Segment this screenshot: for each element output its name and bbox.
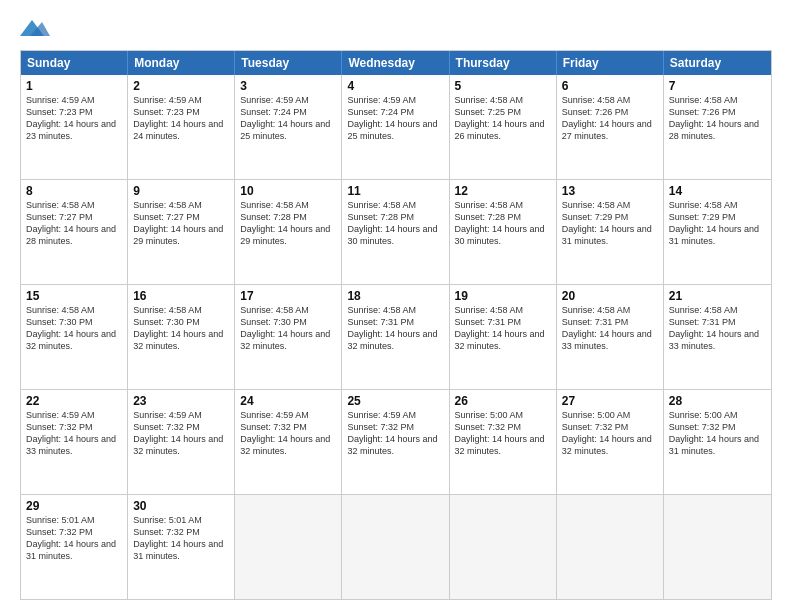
logo-icon [20,16,50,40]
day-number: 12 [455,184,551,198]
cell-info: Sunrise: 5:01 AMSunset: 7:32 PMDaylight:… [26,514,122,563]
cal-cell: 11Sunrise: 4:58 AMSunset: 7:28 PMDayligh… [342,180,449,284]
cell-info: Sunrise: 4:58 AMSunset: 7:31 PMDaylight:… [562,304,658,353]
day-number: 25 [347,394,443,408]
calendar: SundayMondayTuesdayWednesdayThursdayFrid… [20,50,772,600]
cell-info: Sunrise: 4:59 AMSunset: 7:32 PMDaylight:… [26,409,122,458]
cell-info: Sunrise: 4:59 AMSunset: 7:24 PMDaylight:… [240,94,336,143]
week-row-3: 15Sunrise: 4:58 AMSunset: 7:30 PMDayligh… [21,284,771,389]
day-number: 13 [562,184,658,198]
cal-cell [235,495,342,599]
cell-info: Sunrise: 5:00 AMSunset: 7:32 PMDaylight:… [669,409,766,458]
cal-cell: 28Sunrise: 5:00 AMSunset: 7:32 PMDayligh… [664,390,771,494]
day-number: 19 [455,289,551,303]
header-day-monday: Monday [128,51,235,75]
day-number: 14 [669,184,766,198]
day-number: 7 [669,79,766,93]
cal-cell: 30Sunrise: 5:01 AMSunset: 7:32 PMDayligh… [128,495,235,599]
cal-cell: 29Sunrise: 5:01 AMSunset: 7:32 PMDayligh… [21,495,128,599]
cal-cell: 15Sunrise: 4:58 AMSunset: 7:30 PMDayligh… [21,285,128,389]
cal-cell: 23Sunrise: 4:59 AMSunset: 7:32 PMDayligh… [128,390,235,494]
cal-cell [557,495,664,599]
day-number: 3 [240,79,336,93]
day-number: 22 [26,394,122,408]
header-day-friday: Friday [557,51,664,75]
cell-info: Sunrise: 4:58 AMSunset: 7:30 PMDaylight:… [240,304,336,353]
cal-cell: 20Sunrise: 4:58 AMSunset: 7:31 PMDayligh… [557,285,664,389]
header [20,16,772,40]
cal-cell: 10Sunrise: 4:58 AMSunset: 7:28 PMDayligh… [235,180,342,284]
cell-info: Sunrise: 4:58 AMSunset: 7:28 PMDaylight:… [347,199,443,248]
cell-info: Sunrise: 4:58 AMSunset: 7:30 PMDaylight:… [133,304,229,353]
day-number: 5 [455,79,551,93]
day-number: 15 [26,289,122,303]
day-number: 1 [26,79,122,93]
header-day-tuesday: Tuesday [235,51,342,75]
header-day-saturday: Saturday [664,51,771,75]
calendar-body: 1Sunrise: 4:59 AMSunset: 7:23 PMDaylight… [21,75,771,599]
cal-cell: 13Sunrise: 4:58 AMSunset: 7:29 PMDayligh… [557,180,664,284]
cal-cell [450,495,557,599]
day-number: 17 [240,289,336,303]
cell-info: Sunrise: 4:58 AMSunset: 7:25 PMDaylight:… [455,94,551,143]
cell-info: Sunrise: 4:59 AMSunset: 7:23 PMDaylight:… [133,94,229,143]
header-day-sunday: Sunday [21,51,128,75]
cell-info: Sunrise: 4:59 AMSunset: 7:32 PMDaylight:… [133,409,229,458]
cal-cell: 6Sunrise: 4:58 AMSunset: 7:26 PMDaylight… [557,75,664,179]
week-row-2: 8Sunrise: 4:58 AMSunset: 7:27 PMDaylight… [21,179,771,284]
cell-info: Sunrise: 4:59 AMSunset: 7:32 PMDaylight:… [240,409,336,458]
cal-cell: 7Sunrise: 4:58 AMSunset: 7:26 PMDaylight… [664,75,771,179]
cell-info: Sunrise: 4:58 AMSunset: 7:28 PMDaylight:… [240,199,336,248]
cell-info: Sunrise: 4:58 AMSunset: 7:31 PMDaylight:… [347,304,443,353]
week-row-1: 1Sunrise: 4:59 AMSunset: 7:23 PMDaylight… [21,75,771,179]
day-number: 10 [240,184,336,198]
cal-cell: 19Sunrise: 4:58 AMSunset: 7:31 PMDayligh… [450,285,557,389]
cell-info: Sunrise: 4:59 AMSunset: 7:32 PMDaylight:… [347,409,443,458]
day-number: 8 [26,184,122,198]
cal-cell: 24Sunrise: 4:59 AMSunset: 7:32 PMDayligh… [235,390,342,494]
cell-info: Sunrise: 4:58 AMSunset: 7:27 PMDaylight:… [133,199,229,248]
cell-info: Sunrise: 4:58 AMSunset: 7:31 PMDaylight:… [455,304,551,353]
cal-cell: 18Sunrise: 4:58 AMSunset: 7:31 PMDayligh… [342,285,449,389]
cal-cell: 14Sunrise: 4:58 AMSunset: 7:29 PMDayligh… [664,180,771,284]
cal-cell [664,495,771,599]
cal-cell: 27Sunrise: 5:00 AMSunset: 7:32 PMDayligh… [557,390,664,494]
day-number: 20 [562,289,658,303]
day-number: 18 [347,289,443,303]
cell-info: Sunrise: 5:00 AMSunset: 7:32 PMDaylight:… [455,409,551,458]
header-day-wednesday: Wednesday [342,51,449,75]
day-number: 28 [669,394,766,408]
day-number: 23 [133,394,229,408]
cell-info: Sunrise: 4:58 AMSunset: 7:30 PMDaylight:… [26,304,122,353]
cal-cell: 1Sunrise: 4:59 AMSunset: 7:23 PMDaylight… [21,75,128,179]
cal-cell: 21Sunrise: 4:58 AMSunset: 7:31 PMDayligh… [664,285,771,389]
cell-info: Sunrise: 4:58 AMSunset: 7:28 PMDaylight:… [455,199,551,248]
week-row-4: 22Sunrise: 4:59 AMSunset: 7:32 PMDayligh… [21,389,771,494]
cell-info: Sunrise: 4:58 AMSunset: 7:29 PMDaylight:… [562,199,658,248]
page: SundayMondayTuesdayWednesdayThursdayFrid… [0,0,792,612]
cell-info: Sunrise: 4:58 AMSunset: 7:31 PMDaylight:… [669,304,766,353]
day-number: 27 [562,394,658,408]
week-row-5: 29Sunrise: 5:01 AMSunset: 7:32 PMDayligh… [21,494,771,599]
cal-cell: 3Sunrise: 4:59 AMSunset: 7:24 PMDaylight… [235,75,342,179]
cell-info: Sunrise: 4:58 AMSunset: 7:27 PMDaylight:… [26,199,122,248]
cal-cell: 4Sunrise: 4:59 AMSunset: 7:24 PMDaylight… [342,75,449,179]
cal-cell: 22Sunrise: 4:59 AMSunset: 7:32 PMDayligh… [21,390,128,494]
calendar-header: SundayMondayTuesdayWednesdayThursdayFrid… [21,51,771,75]
day-number: 16 [133,289,229,303]
cal-cell: 2Sunrise: 4:59 AMSunset: 7:23 PMDaylight… [128,75,235,179]
cal-cell: 26Sunrise: 5:00 AMSunset: 7:32 PMDayligh… [450,390,557,494]
day-number: 24 [240,394,336,408]
cal-cell: 25Sunrise: 4:59 AMSunset: 7:32 PMDayligh… [342,390,449,494]
header-day-thursday: Thursday [450,51,557,75]
cal-cell: 12Sunrise: 4:58 AMSunset: 7:28 PMDayligh… [450,180,557,284]
day-number: 29 [26,499,122,513]
cal-cell: 9Sunrise: 4:58 AMSunset: 7:27 PMDaylight… [128,180,235,284]
day-number: 11 [347,184,443,198]
cal-cell: 8Sunrise: 4:58 AMSunset: 7:27 PMDaylight… [21,180,128,284]
day-number: 6 [562,79,658,93]
cell-info: Sunrise: 4:58 AMSunset: 7:26 PMDaylight:… [669,94,766,143]
cell-info: Sunrise: 5:01 AMSunset: 7:32 PMDaylight:… [133,514,229,563]
day-number: 30 [133,499,229,513]
day-number: 21 [669,289,766,303]
